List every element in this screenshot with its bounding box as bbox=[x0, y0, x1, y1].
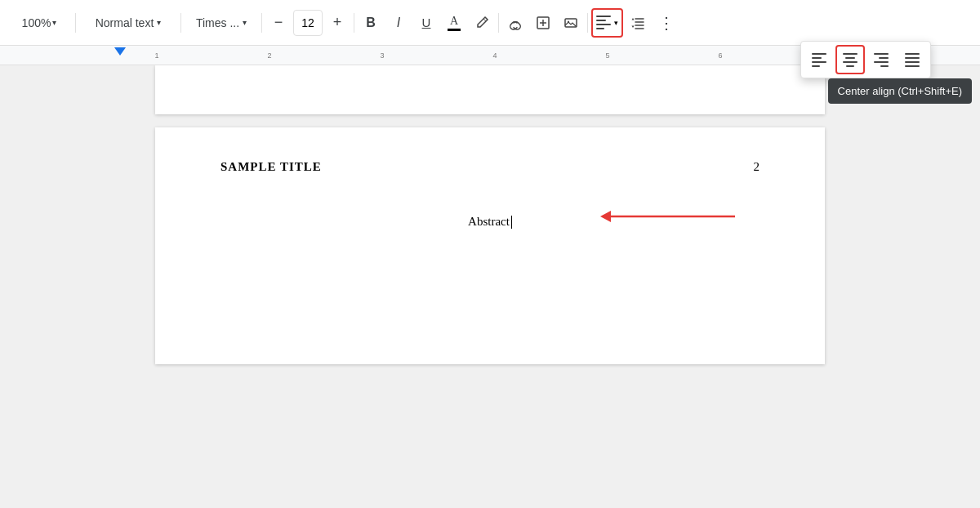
more-options-button[interactable]: ⋮ bbox=[653, 10, 679, 36]
line-spacing-button[interactable] bbox=[625, 10, 651, 36]
ruler-marker-2: 2 bbox=[267, 46, 271, 65]
ruler-indent-marker[interactable] bbox=[114, 47, 126, 56]
abstract-row: Abstract bbox=[220, 207, 760, 229]
zoom-control[interactable]: 100% ▾ bbox=[7, 8, 72, 38]
align-dropdown-chevron-icon: ▾ bbox=[614, 19, 618, 27]
insert-special-button[interactable] bbox=[530, 10, 556, 36]
font-size-increase-button[interactable]: + bbox=[324, 10, 350, 36]
page-title: SAMPLE TITLE bbox=[220, 160, 322, 174]
zoom-chevron-icon: ▾ bbox=[52, 18, 56, 27]
link-icon bbox=[508, 16, 523, 30]
divider-1 bbox=[75, 13, 76, 33]
font-size-control: − 12 + bbox=[265, 10, 350, 36]
align-left-option[interactable] bbox=[804, 45, 834, 74]
align-justify-option[interactable] bbox=[898, 45, 927, 74]
underline-button[interactable]: U bbox=[413, 10, 439, 36]
style-select[interactable]: Normal text ▾ bbox=[79, 8, 177, 38]
pen-icon bbox=[474, 16, 489, 30]
insert-image-button[interactable] bbox=[558, 10, 584, 36]
style-chevron-icon: ▾ bbox=[157, 18, 161, 27]
bold-button[interactable]: B bbox=[358, 10, 384, 36]
image-icon bbox=[564, 16, 578, 30]
document-area: SAMPLE TITLE 2 Abstract bbox=[0, 65, 980, 508]
ruler-marker-3: 3 bbox=[380, 46, 384, 65]
divider-3 bbox=[261, 13, 262, 33]
align-left-lines-icon bbox=[812, 53, 826, 67]
page-1 bbox=[155, 65, 825, 114]
page-separator bbox=[0, 114, 980, 127]
abstract-text: Abstract bbox=[468, 215, 512, 229]
align-right-option[interactable] bbox=[866, 45, 896, 74]
page-title-row: SAMPLE TITLE 2 bbox=[220, 160, 760, 174]
page-2[interactable]: SAMPLE TITLE 2 Abstract bbox=[155, 127, 825, 364]
divider-6 bbox=[587, 13, 588, 33]
divider-4 bbox=[354, 13, 354, 33]
align-center-option[interactable] bbox=[835, 45, 865, 74]
font-chevron-icon: ▾ bbox=[243, 18, 247, 27]
center-align-tooltip: Center align (Ctrl+Shift+E) bbox=[828, 78, 972, 104]
font-color-bar bbox=[448, 29, 461, 31]
style-label: Normal text bbox=[96, 16, 154, 29]
red-arrow-svg bbox=[580, 204, 743, 229]
more-options-icon: ⋮ bbox=[658, 15, 674, 31]
font-size-decrease-button[interactable]: − bbox=[265, 10, 292, 36]
font-size-input[interactable]: 12 bbox=[293, 10, 323, 36]
italic-button[interactable]: I bbox=[385, 10, 412, 36]
align-justify-lines-icon bbox=[905, 53, 920, 67]
line-spacing-icon bbox=[630, 16, 645, 30]
align-dropdown-popup bbox=[800, 41, 931, 78]
svg-marker-11 bbox=[600, 211, 611, 222]
divider-2 bbox=[180, 13, 181, 33]
link-button[interactable] bbox=[502, 10, 528, 36]
align-center-lines-icon bbox=[843, 53, 858, 67]
font-color-button[interactable]: A bbox=[441, 10, 467, 36]
zoom-value: 100% bbox=[22, 16, 51, 29]
divider-5 bbox=[498, 13, 499, 33]
insert-special-icon bbox=[536, 16, 550, 30]
text-cursor bbox=[511, 216, 512, 229]
ruler-marker-5: 5 bbox=[605, 46, 609, 65]
red-arrow-annotation bbox=[580, 204, 743, 232]
align-left-icon bbox=[596, 16, 611, 29]
ruler-marker-1: 1 bbox=[154, 46, 158, 65]
abstract-label: Abstract bbox=[468, 215, 510, 229]
ruler-marker-6: 6 bbox=[718, 46, 722, 65]
toolbar: 100% ▾ Normal text ▾ Times ... ▾ − 12 + … bbox=[0, 0, 980, 46]
font-select[interactable]: Times ... ▾ bbox=[185, 8, 258, 38]
font-label: Times ... bbox=[196, 16, 239, 29]
align-right-lines-icon bbox=[874, 53, 889, 67]
page-number: 2 bbox=[754, 160, 760, 174]
svg-line-0 bbox=[483, 19, 486, 21]
align-dropdown-button[interactable]: ▾ bbox=[591, 8, 623, 38]
ruler-marker-4: 4 bbox=[492, 46, 497, 65]
highlighter-button[interactable] bbox=[469, 10, 495, 36]
